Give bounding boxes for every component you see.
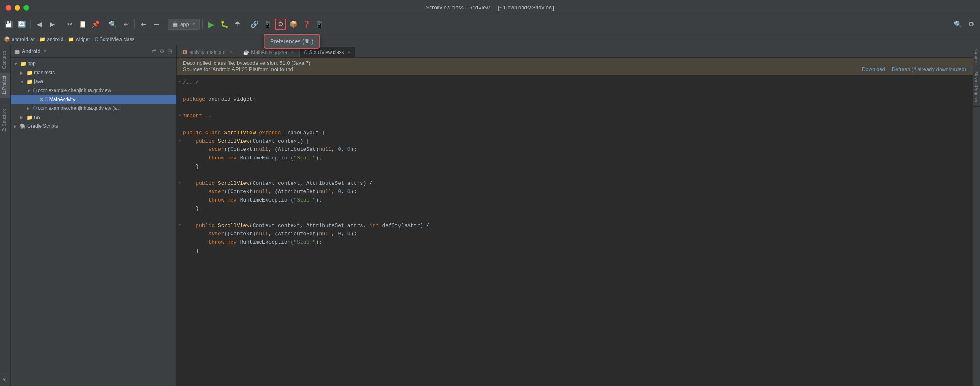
fold-13[interactable]: ▾ [177, 180, 183, 187]
fold-8[interactable]: ▾ [177, 137, 183, 145]
code-line-3: package android.widget; [177, 95, 973, 104]
coverage-button[interactable]: ☂ [232, 19, 243, 30]
find-button[interactable]: 🔍 [107, 19, 119, 30]
nav-back-button[interactable]: ⬅ [138, 19, 149, 30]
project-dropdown-icon[interactable]: ▼ [43, 49, 47, 54]
line-content-12 [183, 171, 969, 180]
line-content-16: } [183, 205, 969, 213]
close-xml-tab[interactable]: ✕ [230, 49, 233, 55]
expand-arrow-res: ▶ [20, 115, 25, 120]
gradle-panel-tab[interactable]: Gradle [973, 45, 980, 67]
close-button[interactable] [6, 5, 11, 11]
gradle-icon: 🐘 [20, 123, 26, 129]
undo-button[interactable]: ◀ [34, 19, 45, 30]
line-content-17 [183, 213, 969, 222]
tree-item-gradle[interactable]: ▶ 🐘 Gradle Scripts [11, 122, 176, 131]
folder-icon-bc2: 📁 [68, 36, 74, 42]
code-area[interactable]: ▸ /.../ package android.widget; ▸ imp [177, 75, 973, 386]
captures-tab[interactable]: Captures [0, 47, 10, 72]
preferences-button[interactable]: ⚙ [275, 19, 286, 30]
refresh-link[interactable]: Refresh (if already downloaded) [892, 66, 966, 72]
package-icon2: ⬡ [33, 105, 37, 111]
tree-item-package2[interactable]: ▶ ⬡ com.example.chenjinhua.gridview (a..… [11, 104, 176, 113]
tab-label-java: MainActivity.java [251, 49, 287, 55]
nav-forward-button[interactable]: ➡ [151, 19, 162, 30]
line-content-18: public ScrollView(Context context, Attri… [183, 222, 969, 230]
breadcrumb-scrollview[interactable]: C ScrollView.class [94, 36, 134, 42]
sdk-button[interactable]: 📦 [288, 19, 299, 30]
tab-label-xml: activity_main.xml [190, 49, 226, 55]
breadcrumb-androidjar[interactable]: 📦 android.jar [4, 36, 35, 42]
code-line-9: super((Context)null, (AttributeSet)null,… [177, 146, 973, 154]
device-button[interactable]: 📱 [314, 19, 325, 30]
search-everywhere-button[interactable]: 🔍 [952, 19, 964, 30]
avd-button[interactable]: 📱 [262, 19, 273, 30]
code-line-1: ▸ /.../ [177, 78, 973, 87]
expand-arrow-app: ▼ [14, 62, 19, 66]
xml-icon: 🖼 [183, 49, 187, 55]
code-line-4 [177, 103, 973, 112]
info-text-line1: Decompiled .class file, bytecode version… [183, 60, 310, 66]
tree-item-manifests[interactable]: ▶ 📁 manifests [11, 68, 176, 77]
breadcrumb-widget[interactable]: 📁 widget [68, 36, 90, 42]
tree-item-app[interactable]: ▼ 📁 app [11, 59, 176, 68]
traffic-lights[interactable] [6, 5, 29, 11]
project-settings-icon[interactable]: ⚙ [159, 47, 165, 55]
line-content-10: throw new RuntimeException("Stub!"); [183, 154, 969, 163]
favorites-tab[interactable] [0, 98, 10, 105]
minimize-button[interactable] [15, 5, 20, 11]
debug-button[interactable]: 🐛 [219, 19, 230, 30]
tree-item-mainactivity[interactable]: ⊙ C MainActivity [11, 95, 176, 104]
line-content-15: throw new RuntimeException("Stub!"); [183, 196, 969, 205]
run-button[interactable]: ▶ [206, 19, 217, 30]
tab-activity-main-xml[interactable]: 🖼 activity_main.xml ✕ [178, 47, 238, 57]
breadcrumb-sep1: › [36, 37, 38, 42]
help-button[interactable]: ❓ [301, 19, 312, 30]
line-content-14: super((Context)null, (AttributeSet)null,… [183, 188, 969, 196]
folder-icon-res: 📁 [26, 114, 33, 120]
structure-tab[interactable]: Z: Structure [0, 105, 10, 135]
redo-button[interactable]: ▶ [47, 19, 58, 30]
cut-button[interactable]: ✂ [64, 19, 75, 30]
maven-panel-tab[interactable]: Maven Projects [973, 67, 980, 107]
package-icon1: ⬡ [33, 88, 37, 93]
close-java-tab[interactable]: ✕ [290, 49, 294, 55]
line-content-9: super((Context)null, (AttributeSet)null,… [183, 146, 969, 154]
close-class-tab[interactable]: ✕ [347, 49, 351, 55]
tree-label-res: res [34, 114, 41, 120]
attach-button[interactable]: 🔗 [249, 19, 260, 30]
expand-arrow-pkg2: ▶ [27, 106, 32, 111]
tree-item-java[interactable]: ▼ 📁 java [11, 77, 176, 86]
maximize-button[interactable] [23, 5, 29, 11]
terminal-tab[interactable]: ⊙ [0, 374, 10, 384]
app-selector[interactable]: 🤖 app ▼ [168, 19, 200, 30]
settings-gear-button[interactable]: ⚙ [965, 19, 977, 30]
app-selector-label: app [180, 21, 189, 27]
breadcrumb-android[interactable]: 📁 android [39, 36, 63, 42]
fold-1[interactable]: ▸ [177, 78, 183, 86]
line-content-2 [183, 87, 969, 95]
tree-item-res[interactable]: ▶ 📁 res [11, 113, 176, 122]
info-banner: Decompiled .class file, bytecode version… [177, 58, 973, 75]
save-button[interactable]: 💾 [3, 19, 15, 30]
fold-5[interactable]: ▸ [177, 112, 183, 119]
sep5 [165, 20, 165, 29]
fold-18[interactable]: ▾ [177, 222, 183, 229]
project-sync-icon[interactable]: ⇄ [151, 47, 157, 55]
sep4 [134, 20, 135, 29]
project-collapse-icon[interactable]: ⊟ [167, 47, 173, 55]
preferences-tooltip-text: Preferences (⌘,) [270, 38, 313, 45]
download-link[interactable]: Download [862, 66, 885, 72]
replace-button[interactable]: ↩ [120, 19, 132, 30]
code-line-17 [177, 213, 973, 222]
line-content-4 [183, 103, 969, 112]
sync-button[interactable]: 🔄 [16, 19, 28, 30]
code-line-21: } [177, 247, 973, 255]
tree-item-package1[interactable]: ▼ ⬡ com.example.chenjinhua.gridview [11, 86, 176, 95]
line-content-1: /.../ [183, 78, 969, 87]
project-tab[interactable]: 1: Project [0, 72, 10, 98]
paste-button[interactable]: 📌 [90, 19, 101, 30]
tab-label-class: ScrollView.class [309, 49, 344, 55]
copy-button[interactable]: 📋 [77, 19, 88, 30]
line-content-20: throw new RuntimeException("Stub!"); [183, 238, 969, 247]
